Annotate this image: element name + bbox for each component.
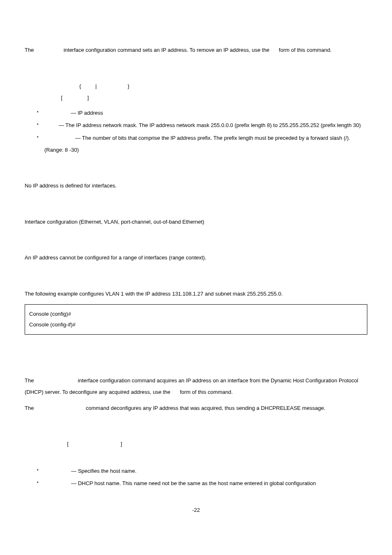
syntax-keyword: no ip address dhcp — [25, 453, 74, 459]
example-heading: Example — [25, 275, 367, 284]
param-name: hostname — [44, 468, 69, 474]
param-desc: — Specifies the host name. — [69, 468, 136, 474]
param-name: host-name — [44, 480, 69, 486]
command-name: ip address dhcp — [35, 377, 76, 384]
text: The — [25, 47, 35, 53]
syntax-text: ] — [87, 95, 89, 101]
code-arg: 131.108.1.27 255.255.255.0 — [104, 321, 172, 328]
syntax-block: ip address dhcp [hostname host-name] no … — [25, 438, 367, 462]
syntax-text: [ — [60, 95, 62, 101]
page-number: -22 — [25, 506, 367, 514]
syntax-keyword: ip address — [25, 83, 53, 89]
text: form of this command. — [277, 47, 332, 53]
section-title: 5.15.1 ip address — [25, 25, 367, 37]
default-text: No IP address is defined for interfaces. — [25, 180, 367, 192]
param-desc: — IP address — [69, 110, 103, 116]
code-example-box: Console (config)# interface vlan 1 Conso… — [25, 304, 367, 335]
param-desc: — The number of bits that comprise the I… — [44, 135, 350, 153]
mode-heading: Command Mode — [25, 204, 367, 212]
syntax-heading: Syntax — [25, 68, 367, 76]
prompt: Console (config)# — [29, 311, 73, 317]
syntax-block: ip address ip-address {mask | prefix-len… — [25, 81, 367, 104]
section-title: 5.15.2 ip address dhcp — [25, 355, 367, 368]
text: The — [25, 405, 35, 411]
syntax-arg: ip-address — [53, 83, 78, 89]
text: command deconfigures any IP address that… — [84, 405, 325, 411]
guidelines-text: An IP address cannot be configured for a… — [25, 252, 367, 264]
no-keyword: no — [172, 389, 178, 395]
guidelines-heading: User Guidelines — [25, 239, 367, 248]
text: form of this command. — [178, 389, 233, 395]
no-keyword: no — [271, 47, 277, 53]
syntax-line: ip address dhcp [hostname host-name] — [25, 438, 367, 450]
syntax-bullets: hostname — Specifies the host name. host… — [25, 465, 367, 490]
syntax-line: no ip address dhcp — [25, 450, 367, 462]
param-desc: — DHCP host name. This name need not be … — [69, 480, 316, 486]
code-line: Console (config)# interface vlan 1 — [29, 309, 363, 319]
command-name: ip address — [35, 47, 62, 53]
syntax-text: | — [94, 83, 98, 89]
intro-paragraph: The ip address dhcp interface configurat… — [25, 375, 367, 398]
syntax-text: [ — [66, 441, 69, 447]
intro-paragraph-2: The no ip address dhcp command deconfigu… — [25, 402, 367, 414]
default-heading: Default Configuration — [25, 167, 367, 176]
text: The — [25, 377, 35, 384]
syntax-arg: prefix-length — [98, 83, 128, 89]
syntax-text: } — [128, 83, 129, 89]
command-name: no ip address dhcp — [35, 405, 84, 411]
code-keyword: interface vlan — [73, 311, 107, 317]
code-line: Console (config-if)# ip address 131.108.… — [29, 319, 363, 330]
text: interface configuration command sets an … — [62, 47, 271, 53]
list-item: mask — The IP address network mask. The … — [37, 120, 367, 132]
syntax-arg: ip-address — [62, 95, 88, 101]
param-name: prefix-length — [44, 135, 74, 141]
mode-text: Interface configuration (Ethernet, VLAN,… — [25, 216, 367, 228]
syntax-heading: Syntax — [25, 426, 367, 434]
code-arg: 1 — [107, 311, 111, 317]
list-item: hostname — Specifies the host name. — [37, 465, 367, 477]
list-item: ip-address — IP address — [37, 107, 367, 119]
param-name: ip-address — [44, 110, 69, 116]
syntax-keyword: no ip address — [25, 95, 60, 101]
prompt: Console (config-if)# — [29, 321, 77, 328]
syntax-keyword: hostname — [69, 441, 94, 447]
syntax-keyword: ip address dhcp — [25, 441, 66, 447]
syntax-text: ] — [120, 441, 122, 447]
list-item: host-name — DHCP host name. This name ne… — [37, 478, 367, 490]
list-item: prefix-length — The number of bits that … — [37, 132, 367, 156]
syntax-line: no ip address [ip-address] — [25, 92, 367, 104]
example-text: The following example configures VLAN 1 … — [25, 288, 367, 300]
intro-paragraph: The ip address interface configuration c… — [25, 44, 367, 56]
param-name: mask — [44, 122, 57, 128]
syntax-arg: host-name — [95, 441, 120, 447]
syntax-line: ip address ip-address {mask | prefix-len… — [25, 81, 367, 92]
syntax-bullets: ip-address — IP address mask — The IP ad… — [25, 107, 367, 156]
code-keyword: ip address — [77, 321, 104, 328]
param-desc: — The IP address network mask. The IP ad… — [57, 122, 361, 128]
syntax-arg: mask — [81, 83, 94, 89]
